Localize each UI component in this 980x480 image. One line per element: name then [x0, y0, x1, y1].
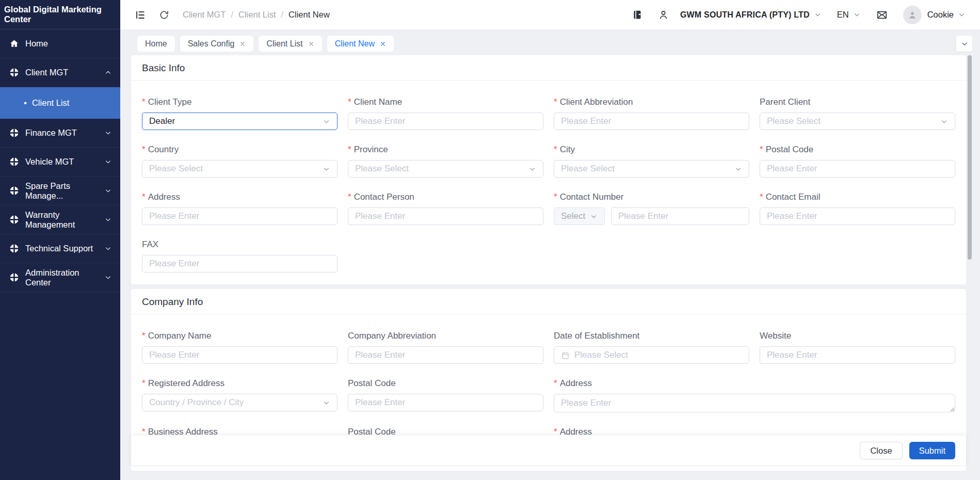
city-select[interactable]: Please Select — [554, 160, 749, 178]
breadcrumb-client-mgt[interactable]: Client MGT — [183, 10, 226, 20]
field-client-abbreviation: Client Abbreviation — [554, 97, 749, 130]
chevron-down-icon — [104, 158, 112, 166]
registered-address-cascader[interactable]: Country / Province / City — [142, 394, 338, 411]
tab-label: Sales Config — [188, 39, 235, 49]
field-parent-client: Parent Client Please Select — [760, 97, 955, 130]
contact-person-input[interactable] — [348, 207, 543, 225]
field-label: Postal Code — [348, 378, 396, 389]
field-label: Website — [760, 330, 791, 341]
company-abbreviation-input[interactable] — [348, 346, 543, 364]
postal-code-input[interactable] — [760, 160, 955, 178]
sidebar-item-finance-mgt[interactable]: Finance MGT — [0, 119, 120, 148]
field-label: Company Name — [148, 330, 212, 341]
contact-email-input[interactable] — [760, 207, 955, 225]
scrollbar-thumb[interactable] — [968, 55, 972, 260]
tab-sales-config[interactable]: Sales Config — [180, 36, 254, 52]
registered-postal-code-input[interactable] — [348, 394, 543, 411]
notebook-icon[interactable] — [632, 9, 642, 20]
sidebar-item-client-mgt[interactable]: Client MGT — [0, 58, 120, 87]
field-fax: FAX — [142, 239, 338, 273]
phone-code-select[interactable]: Select — [554, 207, 605, 225]
chevron-up-icon — [104, 69, 112, 76]
field-label: Province — [354, 144, 388, 155]
chevron-down-icon — [734, 165, 742, 173]
field-label: City — [560, 144, 575, 155]
chevron-down-icon — [104, 129, 112, 137]
field-label: Contact Person — [354, 191, 414, 202]
sidebar-item-administration[interactable]: Administration Center — [0, 263, 120, 292]
field-label: Client Type — [148, 97, 192, 107]
submit-button[interactable]: Submit — [909, 442, 955, 459]
app-title: Global Digital Marketing Center — [0, 0, 120, 29]
breadcrumb-client-list[interactable]: Client List — [238, 10, 276, 20]
client-name-input[interactable] — [348, 113, 543, 130]
close-button[interactable]: Close — [860, 442, 902, 459]
tab-home[interactable]: Home — [137, 36, 175, 52]
sidebar-item-home[interactable]: Home — [0, 29, 120, 58]
field-contact-person: Contact Person — [348, 191, 543, 225]
chevron-down-icon — [940, 118, 948, 125]
field-label: Parent Client — [760, 97, 810, 107]
tab-client-list[interactable]: Client List — [259, 36, 322, 52]
menu-fold-icon[interactable] — [135, 9, 146, 21]
field-contact-number: Contact Number Select — [554, 191, 749, 225]
sidebar-item-vehicle-mgt[interactable]: Vehicle MGT — [0, 148, 120, 177]
sidebar-item-client-list[interactable]: Client List — [0, 87, 120, 119]
sidebar-subitem-label: Client List — [32, 98, 69, 108]
company-selector[interactable]: GWM SOUTH AFRICA (PTY) LTD — [680, 10, 810, 20]
close-icon[interactable] — [380, 41, 386, 47]
chevron-down-icon[interactable] — [853, 11, 861, 19]
avatar[interactable] — [903, 6, 922, 24]
tab-client-new[interactable]: Client New — [327, 36, 394, 52]
field-label: Postal Code — [766, 144, 814, 155]
field-label: Address — [560, 378, 592, 389]
client-abbreviation-input[interactable] — [554, 113, 749, 130]
sidebar-item-label: Technical Support — [25, 244, 93, 253]
language-selector[interactable]: EN — [837, 10, 849, 20]
user-outline-icon[interactable] — [658, 9, 669, 20]
chevron-down-icon[interactable] — [958, 11, 966, 19]
topbar-right: GWM SOUTH AFRICA (PTY) LTD EN Cookie — [632, 6, 966, 24]
sidebar: Global Digital Marketing Center Home Cli… — [0, 0, 120, 480]
close-icon[interactable] — [239, 41, 246, 47]
basic-info-grid: Client Type Dealer Client Name Client Ab… — [131, 81, 966, 286]
field-city: City Please Select — [554, 144, 749, 178]
establishment-date-picker[interactable]: Please Select — [554, 346, 749, 364]
country-select[interactable]: Please Select — [142, 160, 338, 178]
field-label: Client Name — [354, 97, 403, 107]
field-label: Country — [148, 144, 179, 155]
province-select[interactable]: Please Select — [348, 160, 543, 178]
tabs-dropdown-button[interactable] — [956, 36, 972, 52]
contact-number-input[interactable] — [611, 207, 749, 225]
field-label: Registered Address — [148, 378, 224, 389]
fax-input[interactable] — [142, 255, 338, 273]
website-input[interactable] — [760, 346, 955, 364]
sidebar-item-label: Administration Center — [25, 268, 104, 287]
breadcrumb: Client MGT / Client List / Client New — [183, 10, 330, 20]
close-icon[interactable] — [308, 41, 314, 47]
address-input[interactable] — [142, 207, 338, 225]
company-name-input[interactable] — [142, 346, 338, 364]
module-icon — [9, 157, 19, 167]
sidebar-item-label: Spare Parts Manage... — [25, 181, 104, 201]
sidebar-item-technical-support[interactable]: Technical Support — [0, 234, 120, 263]
refresh-icon[interactable] — [159, 10, 169, 20]
field-company-abbreviation: Company Abbreviation — [348, 330, 543, 364]
tab-label: Home — [145, 39, 167, 49]
topbar: Client MGT / Client List / Client New GW… — [120, 0, 980, 29]
field-company-name: Company Name — [142, 330, 338, 364]
parent-client-select[interactable]: Please Select — [760, 113, 955, 130]
field-contact-email: Contact Email — [760, 191, 955, 225]
client-type-select[interactable]: Dealer — [142, 113, 338, 130]
registered-address-textarea[interactable] — [554, 394, 955, 412]
field-website: Website — [760, 330, 955, 364]
chevron-down-icon — [104, 245, 112, 252]
basic-info-card: Basic Info Client Type Dealer Client Nam… — [131, 55, 966, 284]
sidebar-item-spare-parts[interactable]: Spare Parts Manage... — [0, 177, 120, 205]
sidebar-item-label: Client MGT — [25, 68, 68, 77]
chevron-down-icon[interactable] — [814, 11, 822, 19]
user-menu[interactable]: Cookie — [927, 10, 954, 20]
field-label: Contact Number — [560, 191, 624, 202]
sidebar-item-warranty[interactable]: Warranty Management — [0, 205, 120, 234]
mail-icon[interactable] — [876, 9, 888, 21]
